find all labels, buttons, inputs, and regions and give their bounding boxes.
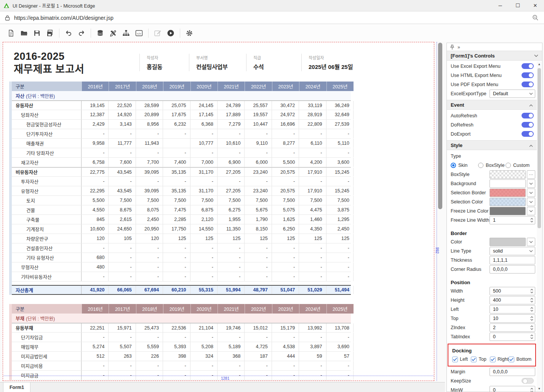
- cell-value: -: [245, 361, 272, 370]
- cell-value: -: [245, 371, 272, 380]
- table-section-row: 부채(단위 : 백만원): [12, 314, 351, 323]
- swatch-background[interactable]: [490, 179, 526, 188]
- more-options-button[interactable]: ···: [527, 170, 535, 179]
- input-margin[interactable]: 0,0,0,0: [490, 368, 535, 376]
- lock-icon[interactable]: [5, 15, 10, 21]
- toggle-use-html-export-menu[interactable]: [522, 72, 534, 78]
- cell-value: -: [109, 177, 136, 186]
- toggle-autorefresh[interactable]: [522, 113, 534, 118]
- spinner-arrows[interactable]: [529, 307, 535, 312]
- spinner-freeze-line-width[interactable]: 1: [490, 216, 535, 224]
- spinner-arrows[interactable]: [529, 289, 535, 293]
- undo-icon[interactable]: [64, 28, 74, 38]
- checkbox-top[interactable]: Top: [471, 357, 490, 362]
- select-excelexporttype[interactable]: Default: [490, 90, 535, 98]
- spinner-tabindex[interactable]: 0: [490, 333, 535, 341]
- cell-value: 48,797: [245, 286, 272, 294]
- radio-skin[interactable]: Skin: [451, 163, 478, 168]
- minimize-button[interactable]: ─: [491, 0, 509, 11]
- chevron-down-icon[interactable]: [527, 179, 535, 188]
- spinner-arrows[interactable]: [529, 388, 535, 392]
- radio-custom[interactable]: Custom: [506, 163, 533, 168]
- swatch-color[interactable]: [490, 238, 526, 246]
- spinner-width[interactable]: 500: [490, 287, 535, 295]
- toggle-use-pdf-export-menu[interactable]: [522, 82, 534, 87]
- input-corner-radius[interactable]: 0,0,0,0: [490, 265, 535, 274]
- chevron-down-icon[interactable]: [527, 198, 535, 206]
- swatch-boxstyle[interactable]: [490, 170, 526, 179]
- checkbox-mark: [471, 357, 477, 362]
- table-row: 유동부채22,25115,97125,47322,53621,10419,746…: [12, 323, 351, 333]
- design-canvas[interactable]: 2016-2025 재무제표 보고서 작성자 홍길동 부서명 컨설팅사업부 직급…: [3, 42, 434, 381]
- cell-value: 14,920: [109, 110, 136, 119]
- toggle-keepsize[interactable]: [522, 378, 534, 384]
- spinner-height[interactable]: 400: [490, 296, 535, 304]
- play-icon[interactable]: [166, 28, 176, 38]
- asset-table[interactable]: 구분2016년2017년2018년2019년2020년2021년2022년202…: [9, 82, 351, 295]
- redo-icon[interactable]: [77, 28, 86, 38]
- code-icon[interactable]: </>: [134, 28, 144, 38]
- spinner-zindex[interactable]: 2: [490, 323, 535, 332]
- tab-form1[interactable]: Form1: [3, 382, 30, 392]
- scroll-up-icon[interactable]: ▲: [537, 61, 542, 67]
- spinner-arrows[interactable]: [529, 298, 535, 302]
- cell-value: -: [190, 148, 218, 157]
- collapse-panel-icon[interactable]: »: [458, 45, 460, 50]
- liability-table[interactable]: 구분2016년2017년2018년2019년2020년2021년2022년202…: [9, 304, 351, 380]
- tools-icon[interactable]: [108, 28, 118, 38]
- panel-scrollbar[interactable]: ▲ ▼: [537, 61, 542, 391]
- checkbox-right[interactable]: Right: [490, 357, 509, 362]
- toolbar-separator: [59, 29, 59, 38]
- toggle-doexport[interactable]: [522, 131, 534, 137]
- spinner-left[interactable]: 10: [490, 305, 535, 314]
- save-as-icon[interactable]: [45, 28, 55, 38]
- spinner-arrows[interactable]: [529, 218, 535, 222]
- cell-value: 125: [218, 234, 245, 243]
- input-thickness[interactable]: 1,1,1,1: [490, 256, 535, 264]
- chevron-down-icon[interactable]: [527, 238, 535, 246]
- maximize-button[interactable]: ☐: [509, 0, 526, 11]
- table-row: 단기차입금----------: [12, 333, 351, 342]
- sitemap-icon[interactable]: [121, 28, 131, 38]
- zoom-out-icon[interactable]: [532, 14, 539, 21]
- swatch-selection-border[interactable]: [490, 189, 526, 197]
- settings-icon[interactable]: [184, 28, 194, 38]
- spinner-top[interactable]: 10: [490, 314, 535, 323]
- cell-value: 7,500: [299, 196, 326, 205]
- chevron-down-icon[interactable]: [527, 207, 535, 215]
- canvas-scrollbar-thumb[interactable]: [438, 43, 442, 209]
- url-input[interactable]: https://epa.bimatrix.com/AUD/designer.js…: [14, 15, 114, 21]
- cell-value: 17,675: [163, 110, 190, 119]
- swatch-freeze-line-color[interactable]: [490, 207, 526, 215]
- chevron-up-icon: [529, 101, 533, 108]
- database-icon[interactable]: [95, 28, 105, 38]
- new-file-icon[interactable]: [6, 28, 16, 38]
- chevron-down-icon[interactable]: [527, 189, 535, 197]
- save-icon[interactable]: [32, 28, 42, 38]
- spinner-arrows[interactable]: [529, 334, 535, 339]
- year-header: 2022년: [245, 82, 272, 91]
- radio-boxstyle[interactable]: BoxStyle: [478, 163, 506, 168]
- panel-scrollbar-thumb[interactable]: [538, 68, 541, 228]
- chevron-down-icon[interactable]: [527, 93, 535, 95]
- toggle-dorefresh[interactable]: [522, 122, 534, 128]
- open-folder-icon[interactable]: [19, 28, 29, 38]
- checkbox-left[interactable]: Left: [452, 357, 471, 362]
- spinner-minw[interactable]: 0: [490, 386, 535, 392]
- cell-value: -: [245, 148, 272, 157]
- select-line-type[interactable]: solid: [490, 247, 535, 255]
- checkbox-bottom[interactable]: Bottom: [509, 357, 531, 362]
- cell-value: 125: [272, 234, 299, 243]
- panel-section-style[interactable]: Style: [447, 140, 537, 150]
- panel-section-event[interactable]: Event: [447, 100, 537, 110]
- pin-icon[interactable]: [450, 45, 454, 50]
- swatch-selection-color[interactable]: [490, 198, 526, 206]
- chevron-down-icon[interactable]: [527, 250, 535, 252]
- spinner-arrows[interactable]: [529, 325, 535, 330]
- panel-header[interactable]: [Form1]'s Controls: [447, 51, 542, 61]
- cell-value: 3,600: [326, 158, 354, 167]
- scroll-down-icon[interactable]: ▼: [537, 386, 542, 391]
- spinner-arrows[interactable]: [529, 316, 535, 321]
- toggle-use-excel-export-menu[interactable]: [522, 63, 534, 69]
- close-button[interactable]: ✕: [526, 0, 544, 11]
